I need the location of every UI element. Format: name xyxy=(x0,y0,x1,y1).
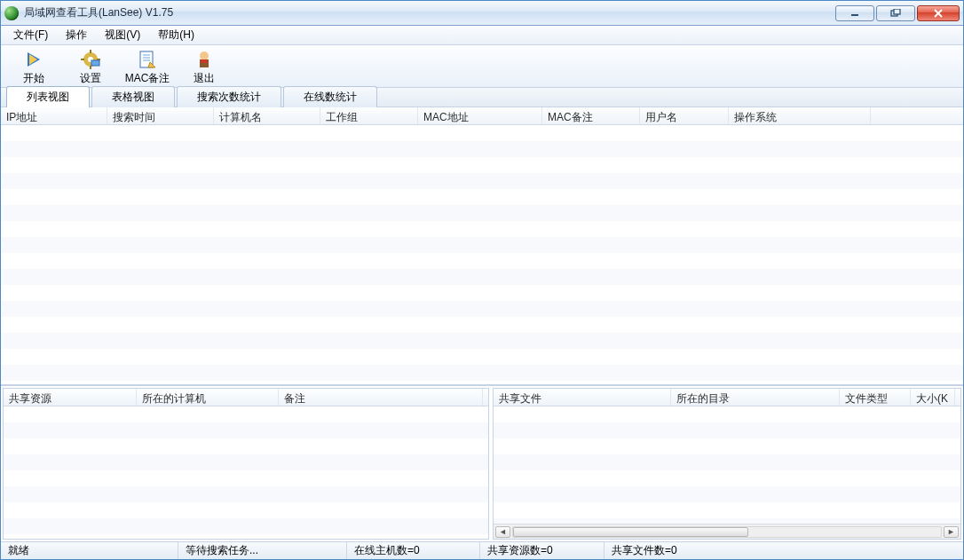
shared-resources-pane: 共享资源所在的计算机备注 xyxy=(3,388,489,540)
close-button[interactable] xyxy=(917,5,960,21)
main-grid: IP地址搜索时间计算机名工作组MAC地址MAC备注用户名操作系统 xyxy=(1,107,963,385)
shared-file-col-3[interactable]: 大小(K xyxy=(911,389,955,406)
maximize-button[interactable] xyxy=(876,5,915,21)
main-col-4[interactable]: MAC地址 xyxy=(418,107,542,124)
shared-file-col-0[interactable]: 共享文件 xyxy=(494,389,671,406)
status-online-hosts: 在线主机数=0 xyxy=(347,542,480,559)
svg-point-20 xyxy=(200,51,209,60)
exit-icon xyxy=(194,50,215,69)
shared-files-header: 共享文件所在的目录文件类型大小(K xyxy=(494,389,960,406)
tab-tableview[interactable]: 表格视图 xyxy=(91,86,175,107)
main-col-1[interactable]: 搜索时间 xyxy=(107,107,214,124)
macnote-button[interactable]: MAC备注 xyxy=(120,47,175,87)
minimize-icon xyxy=(850,9,859,18)
svg-rect-2 xyxy=(894,9,900,14)
title-bar: 局域网查看工具(LanSee) V1.75 xyxy=(1,1,963,26)
menu-view[interactable]: 视图(V) xyxy=(96,25,149,45)
status-bar: 就绪 等待搜索任务... 在线主机数=0 共享资源数=0 共享文件数=0 xyxy=(1,541,963,559)
svg-rect-13 xyxy=(91,60,99,66)
gear-icon xyxy=(80,50,101,69)
exit-label: 退出 xyxy=(194,71,215,86)
scroll-right-icon[interactable]: ► xyxy=(944,526,959,538)
window-controls xyxy=(835,5,960,21)
shared-res-col-2[interactable]: 备注 xyxy=(279,389,483,406)
close-icon xyxy=(934,9,943,18)
shared-files-pane: 共享文件所在的目录文件类型大小(K ◄ ► xyxy=(493,388,961,540)
shared-file-col-1[interactable]: 所在的目录 xyxy=(671,389,840,406)
menu-file[interactable]: 文件(F) xyxy=(4,25,57,45)
main-col-5[interactable]: MAC备注 xyxy=(542,107,640,124)
shared-res-col-0[interactable]: 共享资源 xyxy=(4,389,137,406)
main-grid-body[interactable] xyxy=(1,125,963,384)
main-col-7[interactable]: 操作系统 xyxy=(729,107,871,124)
start-button[interactable]: 开始 xyxy=(6,47,61,87)
shared-resources-body[interactable] xyxy=(4,406,488,539)
toolbar: 开始 设置 MAC备注 xyxy=(1,45,963,88)
shared-files-scrollbar[interactable]: ◄ ► xyxy=(494,524,960,539)
menu-help[interactable]: 帮助(H) xyxy=(149,25,203,45)
exit-button[interactable]: 退出 xyxy=(177,47,232,87)
status-shared-res: 共享资源数=0 xyxy=(480,542,604,559)
tab-searchstat[interactable]: 搜索次数统计 xyxy=(177,86,281,107)
main-col-6[interactable]: 用户名 xyxy=(640,107,729,124)
scroll-track[interactable] xyxy=(512,526,942,538)
start-label: 开始 xyxy=(23,71,44,86)
tab-listview[interactable]: 列表视图 xyxy=(6,86,90,107)
main-col-3[interactable]: 工作组 xyxy=(320,107,418,124)
settings-label: 设置 xyxy=(80,71,101,86)
scroll-left-icon[interactable]: ◄ xyxy=(495,526,510,538)
app-icon xyxy=(4,6,19,20)
status-shared-files: 共享文件数=0 xyxy=(604,542,963,559)
bottom-panes: 共享资源所在的计算机备注 共享文件所在的目录文件类型大小(K ◄ ► xyxy=(1,385,963,541)
shared-file-col-2[interactable]: 文件类型 xyxy=(840,389,911,406)
shared-files-body[interactable] xyxy=(494,406,960,524)
main-grid-header: IP地址搜索时间计算机名工作组MAC地址MAC备注用户名操作系统 xyxy=(1,107,963,125)
play-icon xyxy=(23,50,44,69)
maximize-icon xyxy=(890,9,901,18)
svg-rect-21 xyxy=(201,59,208,63)
status-ready: 就绪 xyxy=(1,542,178,559)
shared-res-col-1[interactable]: 所在的计算机 xyxy=(137,389,279,406)
scroll-thumb[interactable] xyxy=(513,527,748,537)
tab-strip: 列表视图 表格视图 搜索次数统计 在线数统计 xyxy=(1,88,963,107)
shared-resources-header: 共享资源所在的计算机备注 xyxy=(4,389,488,406)
main-col-0[interactable]: IP地址 xyxy=(1,107,107,124)
note-icon xyxy=(137,50,158,69)
menu-operate[interactable]: 操作 xyxy=(57,25,96,45)
menu-bar: 文件(F) 操作 视图(V) 帮助(H) xyxy=(1,26,963,45)
tab-onlinestat[interactable]: 在线数统计 xyxy=(283,86,377,107)
window-title: 局域网查看工具(LanSee) V1.75 xyxy=(24,5,173,20)
settings-button[interactable]: 设置 xyxy=(63,47,118,87)
macnote-label: MAC备注 xyxy=(125,71,170,86)
minimize-button[interactable] xyxy=(835,5,874,21)
status-waiting: 等待搜索任务... xyxy=(178,542,347,559)
main-col-2[interactable]: 计算机名 xyxy=(214,107,320,124)
